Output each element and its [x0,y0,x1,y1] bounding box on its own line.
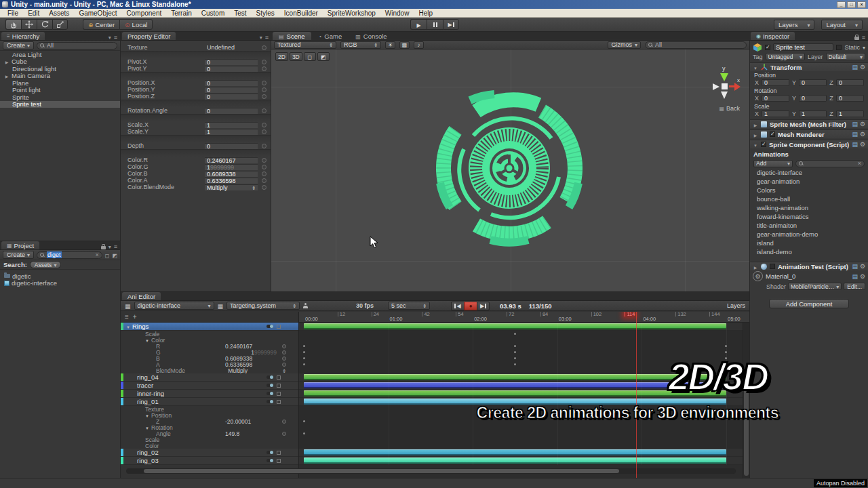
menu-item-file[interactable]: File [3,9,23,18]
keyframe-button[interactable] [262,81,267,85]
scrollbar-thumb[interactable] [744,388,749,476]
track-box-icon[interactable] [277,384,281,388]
animation-search-input[interactable] [795,160,865,167]
keyframe-dot[interactable] [514,363,516,365]
lock-icon[interactable] [854,37,859,40]
menu-item-spriteworkshop[interactable]: SpriteWorkshop [323,9,380,18]
keyframe-button[interactable] [262,129,267,134]
track-box-icon[interactable] [277,400,281,404]
property-value-field[interactable]: 0.6336598 [205,178,258,184]
property-value-field[interactable]: 1 [205,122,258,128]
target-system-dropdown[interactable]: Targeting.system [226,302,300,310]
timeline-clip-bar[interactable] [304,382,726,388]
scale-tool-button[interactable] [52,19,68,30]
scrollbar-thumb[interactable] [144,469,619,473]
maximize-button[interactable]: □ [847,1,856,8]
keyframe-button[interactable] [262,185,267,190]
keyframe-dot[interactable] [303,357,305,359]
track-enable-toggle[interactable] [267,451,273,454]
shader-dropdown[interactable]: Mobile/Particles/A [788,283,842,290]
create-button[interactable]: Create [3,251,34,259]
animation-test-component-header[interactable]: Animation Test (Script) [750,262,868,270]
menu-item-assets[interactable]: Assets [44,9,74,18]
gizmos-dropdown[interactable]: Gizmos [608,41,641,49]
keyframe-button[interactable] [282,363,286,367]
project-item[interactable]: digetic-interface [0,280,120,287]
position-x-field[interactable]: 0 [762,79,789,86]
shading-mode-dropdown[interactable]: Textured [274,41,336,49]
tab-inspector[interactable]: Inspector [751,32,795,40]
animation-clip-dropdown[interactable]: digetic-interface [134,302,214,310]
panel-menu-icon[interactable] [114,33,117,41]
step-button[interactable] [443,19,459,30]
clear-search-icon[interactable] [858,160,861,167]
property-value-field[interactable]: 1 [205,129,258,135]
track-row-ring_02[interactable]: ring_02 [121,449,298,457]
mesh-renderer-component-header[interactable]: Mesh Renderer [750,129,868,138]
animation-list-item[interactable]: island-demo [750,247,868,256]
tab-hierarchy[interactable]: Hierarchy [1,32,45,40]
property-value-field[interactable]: 0 [205,59,258,65]
property-value-field[interactable]: 0.6089338 [205,171,258,177]
rotation-z-field[interactable]: 0 [836,95,864,102]
edit-shader-button[interactable]: Edit... [844,283,865,290]
track-row-blendmode[interactable]: BlendModeMultiply [121,367,298,373]
next-frame-button[interactable] [477,302,490,310]
sprite-component-header[interactable]: Sprite Component (Script) [750,140,868,148]
panel-menu-icon[interactable] [862,33,865,41]
view-direction-label[interactable]: Back [719,105,740,112]
track-box-icon[interactable] [277,325,281,329]
rotate-tool-button[interactable] [37,19,52,30]
keyframe-button[interactable] [262,87,267,92]
component-enabled-checkbox[interactable] [761,142,766,147]
component-enabled-checkbox[interactable] [770,131,775,137]
layout-dropdown[interactable]: Layout [821,20,863,30]
hand-tool-button[interactable] [5,19,21,30]
timeline-row[interactable] [299,457,749,465]
keyframe-dot[interactable] [303,363,305,365]
rotation-y-field[interactable]: 0 [799,95,827,102]
layers-dropdown[interactable]: Layers [774,20,815,30]
pivot-center-button[interactable]: Center [83,19,119,30]
timeline-horizontal-scrollbar[interactable] [126,468,736,474]
timeline-row[interactable] [299,323,749,331]
keyframe-dot[interactable] [514,351,516,353]
keyframe-button[interactable] [262,45,267,50]
timeline-row[interactable] [299,424,749,430]
keyframe-button[interactable] [262,158,267,163]
animation-list-item[interactable]: walking-animation [750,203,868,212]
scene-lighting-toggle[interactable] [385,41,395,49]
hierarchy-search-input[interactable]: All [37,42,117,49]
marquee-snap-button[interactable] [317,52,330,61]
property-value-field[interactable]: 0 [205,143,258,149]
expander-icon[interactable] [753,131,758,138]
hierarchy-item[interactable]: Main Camera [0,73,120,80]
static-checkbox[interactable] [836,45,842,50]
track-row-ring_04[interactable]: ring_04 [121,373,298,382]
menu-item-custom[interactable]: Custom [197,9,229,18]
keyframe-button[interactable] [262,171,267,176]
layers-icon[interactable] [125,313,129,321]
first-frame-button[interactable] [451,302,464,310]
pause-button[interactable] [427,19,443,30]
timeline-row[interactable] [299,331,749,337]
scale-y-field[interactable]: 1 [799,110,827,117]
keyframe-button[interactable] [262,94,267,99]
expander-icon[interactable] [145,412,151,419]
timeline-layers-button[interactable]: Layers [727,302,745,309]
tab-console[interactable]: Console [349,32,393,40]
add-track-icon[interactable] [133,313,137,321]
track-row-rings[interactable]: Rings [121,323,298,331]
scene-audio-toggle[interactable] [414,41,424,49]
static-dropdown-icon[interactable] [863,43,865,51]
track-box-icon[interactable] [277,392,281,396]
panel-dropdown-icon[interactable] [108,33,111,41]
timeline-clip-bar[interactable] [304,449,726,455]
scale-x-field[interactable]: 1 [762,110,789,117]
animation-list-item[interactable]: gear-animation [750,177,868,186]
track-enable-toggle[interactable] [267,400,273,403]
help-icon[interactable] [852,141,858,148]
gear-icon[interactable] [860,64,865,70]
window-titlebar[interactable]: Unity - main.unity - Unity - PC, Mac & L… [0,0,868,9]
expander-icon[interactable] [4,58,9,65]
